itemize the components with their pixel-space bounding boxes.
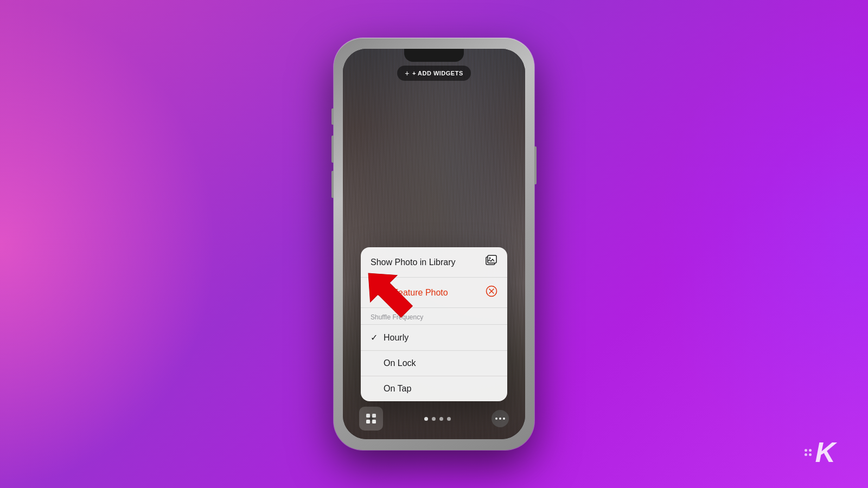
add-widgets-button[interactable]: + + ADD WIDGETS <box>397 66 470 81</box>
on-lock-label-row: On Lock <box>368 358 497 368</box>
more-dot-3 <box>503 418 505 420</box>
side-button-vol-down <box>331 171 334 198</box>
hourly-checkmark: ✓ <box>368 332 379 343</box>
watermark: K <box>805 438 835 466</box>
page-dot-3 <box>439 417 443 421</box>
side-button-mute <box>331 108 334 125</box>
phone-device: + + ADD WIDGETS Show Photo in Library <box>331 33 537 455</box>
svg-point-2 <box>489 258 491 259</box>
photo-library-icon <box>486 255 497 269</box>
side-button-power <box>534 146 537 184</box>
more-button[interactable] <box>492 410 509 427</box>
page-dot-1 <box>424 417 428 421</box>
watermark-dots <box>805 449 812 456</box>
on-tap-label: On Tap <box>384 384 411 394</box>
red-arrow <box>358 263 429 333</box>
svg-rect-9 <box>366 420 370 423</box>
svg-marker-6 <box>358 263 420 325</box>
on-tap-checkmark <box>368 384 379 394</box>
on-lock-checkmark <box>368 358 379 368</box>
add-widgets-label: + ADD WIDGETS <box>412 70 463 76</box>
svg-rect-7 <box>366 414 370 418</box>
more-dot-2 <box>499 418 501 420</box>
background-glow-right <box>651 0 868 488</box>
background-glow-left <box>0 0 217 488</box>
more-dot-1 <box>495 418 497 420</box>
phone-screen: + + ADD WIDGETS Show Photo in Library <box>343 49 525 439</box>
hourly-label: Hourly <box>384 333 409 343</box>
page-dot-4 <box>447 417 451 421</box>
bottom-dock <box>343 407 525 431</box>
svg-rect-1 <box>488 255 496 263</box>
page-dot-2 <box>432 417 436 421</box>
widget-icon[interactable] <box>359 407 383 431</box>
on-tap-label-row: On Tap <box>368 384 497 394</box>
phone-notch <box>404 49 464 62</box>
x-circle-icon <box>486 285 497 300</box>
menu-item-on-lock[interactable]: On Lock <box>361 351 507 376</box>
hourly-label-row: ✓ Hourly <box>368 332 497 343</box>
page-dots <box>424 417 451 421</box>
on-lock-label: On Lock <box>384 358 416 368</box>
side-button-vol-up <box>331 136 334 163</box>
svg-rect-8 <box>372 414 376 418</box>
add-icon: + <box>405 69 410 78</box>
menu-item-on-tap[interactable]: On Tap <box>361 376 507 401</box>
watermark-letter: K <box>815 438 835 466</box>
svg-rect-10 <box>372 420 376 423</box>
